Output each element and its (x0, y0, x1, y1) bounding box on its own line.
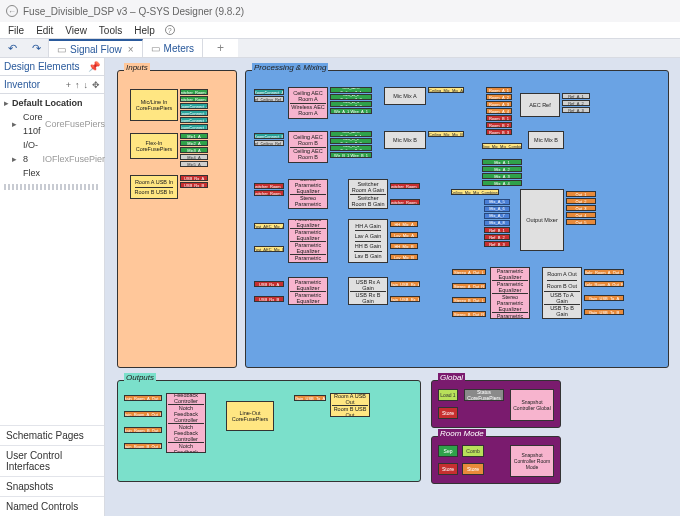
tag[interactable]: Spkr_Room_A_Out_R (584, 281, 624, 287)
down-icon[interactable]: ↓ (84, 80, 89, 90)
tag[interactable]: Ceiling_Mic_Mix_Combined (451, 189, 499, 195)
btn-store[interactable]: Store (438, 407, 458, 419)
block-micmix-b2[interactable]: Mic Mix B (528, 131, 564, 149)
help-icon[interactable]: ? (165, 25, 175, 35)
btn-sep[interactable]: Sep (438, 445, 458, 457)
block-status[interactable]: Status CoreFusePiers (464, 389, 504, 401)
tag[interactable]: Gain_USB_Rx_A (390, 281, 420, 287)
tag[interactable]: Room_A_4 (486, 108, 512, 114)
tag[interactable]: Gain_Room_B_Out_L (124, 427, 162, 433)
tag[interactable]: Mix_A_5 (484, 199, 510, 205)
tag[interactable]: Mix_A_8 (484, 220, 510, 226)
tag[interactable]: Room_A_1 (486, 87, 512, 93)
tag[interactable]: Switcher_Room_B (254, 190, 284, 196)
tag[interactable]: Room_A_2 (486, 94, 512, 100)
tag[interactable]: Out_4 (566, 212, 596, 218)
tag[interactable]: Mix_A_3 (482, 173, 522, 179)
block-aecref[interactable]: AEC Ref (520, 93, 560, 117)
tag[interactable]: RoomConnect_A (254, 89, 284, 95)
tag[interactable]: Switcher_Room_A (180, 89, 208, 95)
design-elements-header[interactable]: Design Elements 📌 (0, 58, 104, 76)
block-out-gain[interactable]: Room A OutRoom B Out USB To A GainUSB To… (542, 267, 582, 319)
block-hh-lav-gains[interactable]: HH A GainLav A Gain HH B GainLav B Gain (348, 219, 388, 263)
block-micline[interactable]: Mic/Line In CoreFusePiers (130, 89, 178, 121)
pin-icon[interactable]: 📌 (88, 61, 100, 72)
tag[interactable]: Stereo_B_Out_R (452, 311, 486, 317)
group-outputs[interactable]: Outputs Gain_Room_A_Out_L Gain_Room_A_Ou… (117, 380, 421, 482)
block-aec-room-a[interactable]: Ceiling AEC Room AWireless AEC Room A (288, 87, 328, 119)
back-icon[interactable]: ← (6, 5, 18, 17)
tag[interactable]: RoomConnect_C (180, 117, 208, 123)
btn-store1[interactable]: Store (438, 463, 458, 475)
tag[interactable]: Stereo_A_Out_R (452, 283, 486, 289)
tag[interactable]: Ceil_B_2 Ceiling_B_2 (330, 138, 372, 144)
tag[interactable]: USB_Rx_A (254, 281, 284, 287)
block-peq-usb[interactable]: Parametric EqualizerParametric Equalizer (288, 277, 328, 305)
tag[interactable]: Ceiling_Mic_Mix_Combined (482, 143, 522, 149)
tag[interactable]: Mix_A_2 (482, 166, 522, 172)
btn-comb[interactable]: Comb (462, 445, 484, 457)
link-named-controls[interactable]: Named Controls (0, 496, 104, 516)
tag[interactable]: Ceil_A_3 Ceiling_A_3 (330, 101, 372, 107)
tag[interactable]: RoomConnect_D (180, 124, 208, 130)
inventor-header[interactable]: Inventor + ↑ ↓ ✥ (0, 76, 104, 94)
group-procmix[interactable]: Processing & Mixing RoomConnect_A Ref_Ce… (245, 70, 669, 368)
tag[interactable]: Lav_Mic_A (390, 232, 418, 238)
tag[interactable]: Ceil_AEC Ceiling_B_1 (330, 131, 372, 137)
block-stereo-eq[interactable]: Stereo Parametric EqualizerStereo Parame… (288, 179, 328, 209)
block-snap-global[interactable]: Snapshot Controller Global (510, 389, 554, 421)
undo-icon[interactable]: ↶ (0, 39, 24, 57)
link-user-control[interactable]: User Control Interfaces (0, 445, 104, 476)
tag[interactable]: Gain_Room_B_Out_R (124, 443, 162, 449)
tag[interactable]: Mic3_A (180, 147, 208, 153)
canvas[interactable]: Inputs Mic/Line In CoreFusePiers Flex-In… (105, 58, 680, 516)
group-roommode[interactable]: Room Mode Sep Comb Store Store Snapshot … (431, 436, 561, 484)
block-usb-in[interactable]: Room A USB In Room B USB In (130, 175, 178, 199)
btn-load[interactable]: Load 1 (438, 389, 458, 401)
tag[interactable]: Ceiling_Mic_Mix_A (428, 87, 464, 93)
block-usb-out[interactable]: Room A USB OutRoom B USB Out (330, 393, 370, 417)
tag[interactable]: Switcher_Room_A (390, 183, 420, 189)
group-inputs[interactable]: Inputs Mic/Line In CoreFusePiers Flex-In… (117, 70, 237, 368)
menu-edit[interactable]: Edit (30, 25, 59, 36)
nav-icon[interactable]: ✥ (92, 80, 100, 90)
block-out-peq[interactable]: Stereo Parametric EqualizerParametric Eq… (490, 267, 530, 319)
add-icon[interactable]: + (66, 80, 71, 90)
tag[interactable]: Gain_USB_To_A (294, 395, 326, 401)
group-global[interactable]: Global Load 1 Status CoreFusePiers Store… (431, 380, 561, 428)
block-snap-room[interactable]: Snapshot Controller Room Mode (510, 445, 554, 477)
tag[interactable]: Mic5_A (180, 161, 208, 167)
tag[interactable]: HH_Mic_B (390, 243, 418, 249)
tag[interactable]: Mix_A_6 (484, 206, 510, 212)
tag[interactable]: Room_B_2 (486, 122, 512, 128)
tag[interactable]: Mix_A_1 (482, 159, 522, 165)
tab-signal-flow[interactable]: ▭ Signal Flow × (49, 39, 143, 57)
tag[interactable]: Ref_A_2 (562, 100, 590, 106)
tag[interactable]: Mix_A_4 (482, 180, 522, 186)
menu-file[interactable]: File (2, 25, 30, 36)
tag[interactable]: Post_AEC_Mic_A (254, 223, 284, 229)
tag[interactable]: Room_A_3 (486, 101, 512, 107)
block-peq-set[interactable]: Parametric EqualizerParametric Equalizer… (288, 219, 328, 263)
tag[interactable]: Ref_Ceiling_Ref_B (254, 140, 284, 146)
tag[interactable]: Mic2_A (180, 140, 208, 146)
block-switcher-gain[interactable]: Switcher Room A GainSwitcher Room B Gain (348, 179, 388, 209)
btn-store2[interactable]: Store (462, 463, 484, 475)
block-lineout[interactable]: Line-Out CoreFusePiers (226, 401, 274, 431)
tag[interactable]: Ref_A_1 (562, 93, 590, 99)
tag[interactable]: Out_1 (566, 191, 596, 197)
up-icon[interactable]: ↑ (75, 80, 80, 90)
tree-default-location[interactable]: ▸Default Location (4, 96, 100, 110)
menu-help[interactable]: Help (128, 25, 161, 36)
menu-tools[interactable]: Tools (93, 25, 128, 36)
tag[interactable]: Mic1_A (180, 133, 208, 139)
tree-io[interactable]: ▸I/O-8 Flex IOFlexFusePiers (4, 138, 100, 180)
tag[interactable]: Spkr_Room_A_Out_L (584, 269, 624, 275)
tag[interactable]: Ceil_B_3 Ceiling_B_3 (330, 145, 372, 151)
tag[interactable]: HH_Mic_A (390, 221, 418, 227)
tag[interactable]: USB_Rx_B (180, 182, 208, 188)
tag[interactable]: Gain_USB_To_A (584, 295, 624, 301)
block-micmix-b[interactable]: Mic Mix B (384, 131, 426, 149)
tag[interactable]: Mix_A_7 (484, 213, 510, 219)
block-micmix-a[interactable]: Mic Mix A (384, 87, 426, 105)
